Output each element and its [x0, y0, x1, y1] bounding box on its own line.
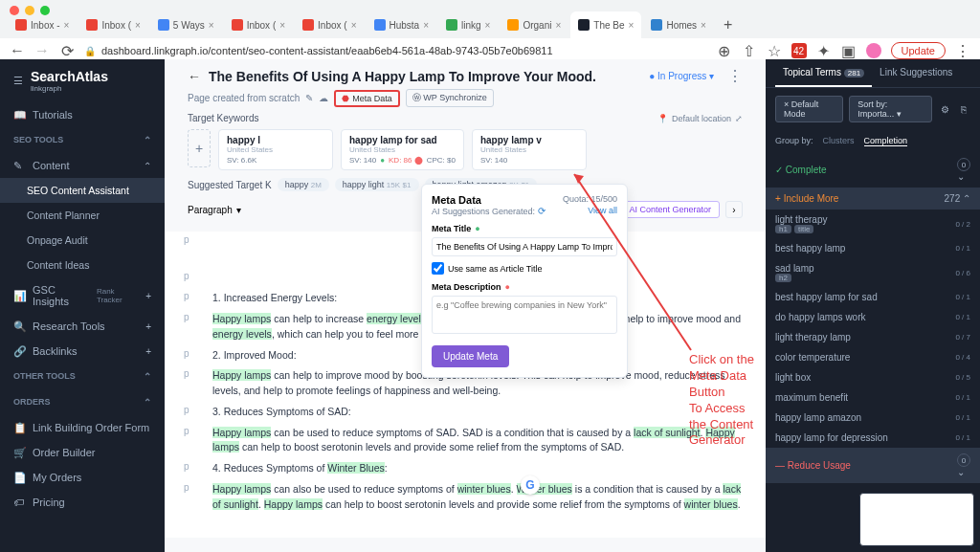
chevron-up-icon[interactable]: ⌃ [144, 397, 151, 408]
forward-icon[interactable]: → [34, 43, 50, 58]
browser-tab[interactable]: 5 Ways× [150, 11, 222, 38]
sidebar-item-content[interactable]: ✎ Content ⌃ [0, 153, 165, 178]
term-item[interactable]: sad lamp h20 / 6 [766, 258, 980, 287]
sidebar-item-sca[interactable]: SEO Content Assistant [0, 178, 165, 203]
share-icon[interactable]: ⇧ [742, 43, 757, 58]
group-completion[interactable]: Completion [864, 136, 908, 146]
section-reduce-usage[interactable]: — Reduce Usage 0 ⌄ [766, 448, 980, 483]
browser-tab[interactable]: Organi× [500, 11, 568, 38]
menu-icon[interactable]: ⋮ [955, 43, 970, 58]
keyword-card[interactable]: happy lamp for sadUnited StatesSV: 140 ●… [341, 129, 464, 170]
view-all-link[interactable]: View all [588, 206, 617, 215]
browser-tab[interactable]: Homes× [643, 11, 714, 38]
keyword-pill[interactable]: happy light 15K $1 [335, 178, 419, 191]
term-item[interactable]: maximum benefit 0 / 1 [766, 387, 980, 408]
term-item[interactable]: do happy lamps work 0 / 1 [766, 307, 980, 327]
sort-button[interactable]: Sort by: Importa... ▾ [849, 96, 932, 122]
keyword-pill[interactable]: happy 2M [278, 178, 329, 191]
panel-icon[interactable]: ▣ [841, 43, 857, 58]
sidebar-item-linkbuild[interactable]: 📋 Link Building Order Form [0, 415, 165, 440]
term-item[interactable]: happy lamp amazon 0 / 1 [766, 408, 980, 428]
default-mode-button[interactable]: × Default Mode [775, 96, 843, 122]
sidebar-item-orderbuild[interactable]: 🛒 Order Builder [0, 440, 165, 465]
edit-icon[interactable]: ✎ [305, 93, 313, 103]
tab-link-suggestions[interactable]: Link Suggestions [872, 59, 960, 87]
plus-icon[interactable]: + [145, 346, 151, 357]
term-item[interactable]: best happy lamp 0 / 1 [766, 238, 980, 258]
file-icon[interactable]: ⎘ [957, 101, 970, 117]
plus-icon[interactable]: + [145, 291, 151, 301]
chevron-up-icon[interactable]: ⌃ [144, 371, 151, 382]
browser-tab[interactable]: Inbox (× [224, 11, 293, 38]
more-icon[interactable]: ⋮ [727, 67, 743, 85]
pin-icon: 📍 [657, 114, 668, 123]
sidebar-item-pricing[interactable]: 🏷 Pricing [0, 490, 165, 515]
section-complete[interactable]: ✓ Complete 0 ⌄ [766, 152, 980, 188]
search-icon[interactable]: ⊕ [717, 43, 732, 58]
expand-icon[interactable]: ⤢ [735, 114, 743, 123]
meta-data-button[interactable]: ⬣Meta Data [334, 90, 400, 107]
use-same-checkbox[interactable] [432, 262, 444, 275]
star-icon[interactable]: ☆ [767, 43, 782, 58]
sidebar-item-backlinks[interactable]: 🔗 Backlinks + [0, 339, 165, 364]
term-item[interactable]: best happy lamp for sad 0 / 1 [766, 287, 980, 307]
term-item[interactable]: light therapy h1title0 / 2 [766, 210, 980, 238]
keyword-card[interactable]: happy lamp vUnited StatesSV: 140 [472, 129, 587, 170]
keyword-card[interactable]: happy lUnited StatesSV: 6.6K [218, 129, 333, 170]
status-pill[interactable]: ● In Progress ▾ [649, 71, 714, 81]
browser-tab[interactable]: Inbox (× [295, 11, 364, 38]
group-clusters[interactable]: Clusters [823, 136, 855, 146]
sidebar-section-seo: SEO TOOLS⌃ [0, 127, 165, 153]
chevron-up-icon: ⌃ [144, 161, 151, 171]
back-arrow-icon[interactable]: ← [188, 69, 201, 84]
browser-tab[interactable]: linkg× [438, 11, 498, 38]
update-meta-button[interactable]: Update Meta [432, 345, 509, 367]
google-icon[interactable]: G [521, 475, 540, 495]
term-item[interactable]: happy lamp for depression 0 / 1 [766, 428, 980, 448]
avatar[interactable] [866, 43, 881, 58]
browser-tab[interactable]: Hubsta× [367, 11, 437, 38]
cloud-icon[interactable]: ☁ [319, 93, 328, 103]
next-arrow-icon[interactable]: › [725, 201, 743, 218]
ext-red-icon[interactable]: 42 [791, 43, 807, 58]
update-button[interactable]: Update [891, 42, 946, 59]
term-item[interactable]: light therapy lamp 0 / 7 [766, 327, 980, 347]
sidebar-item-myorders[interactable]: 📄 My Orders [0, 465, 165, 490]
sidebar-item-tutorials[interactable]: 📖 Tutorials [0, 102, 165, 127]
annotation-text: Click on the Meta Data Button To Access … [689, 352, 766, 449]
default-location[interactable]: 📍Default location⤢ [657, 114, 743, 123]
sidebar-item-gsc[interactable]: 📊 GSC Insights Rank Tracker + [0, 277, 165, 314]
mini-preview[interactable] [859, 493, 974, 546]
term-item[interactable]: color temperature 0 / 4 [766, 347, 980, 367]
browser-tab[interactable]: Inbox -× [8, 11, 77, 38]
refresh-icon[interactable]: ⟳ [538, 206, 546, 216]
paragraph-select[interactable]: Paragraph ▾ [188, 205, 241, 215]
browser-tab[interactable]: The Be× [570, 11, 641, 38]
hamburger-icon[interactable]: ☰ [13, 75, 23, 87]
gear-icon[interactable]: ⚙ [938, 101, 951, 117]
new-tab-button[interactable]: + [716, 16, 740, 33]
meta-desc-input[interactable] [432, 296, 617, 334]
url-bar[interactable]: 🔒 dashboard.linkgraph.io/content/seo-con… [84, 45, 707, 56]
browser-tab[interactable]: Inbox (× [78, 11, 147, 38]
add-keyword-button[interactable]: + [188, 129, 211, 167]
meta-title-input[interactable] [432, 237, 617, 256]
puzzle-icon[interactable]: ✦ [816, 43, 832, 58]
reload-icon[interactable]: ⟳ [59, 43, 75, 58]
sidebar-item-research[interactable]: 🔍 Research Tools + [0, 314, 165, 339]
link-icon: 🔗 [13, 345, 25, 357]
chevron-up-icon[interactable]: ⌃ [144, 135, 151, 145]
wp-sync-button[interactable]: ⓦ WP Synchronize [406, 89, 494, 107]
tab-topical-terms[interactable]: Topical Terms 281 [775, 59, 872, 87]
term-item[interactable]: light box 0 / 5 [766, 367, 980, 387]
section-include-more[interactable]: + Include More 272 ⌃ [766, 188, 980, 210]
browser-tabs: Inbox -×Inbox (×5 Ways×Inbox (×Inbox (×H… [0, 11, 980, 38]
tag-icon: 🏷 [13, 497, 25, 508]
logo[interactable]: ☰ SearchAtlas linkgraph [0, 59, 165, 102]
sidebar-item-planner[interactable]: Content Planner [0, 203, 165, 228]
sidebar-item-ideas[interactable]: Content Ideas [0, 253, 165, 277]
sidebar-item-onpage[interactable]: Onpage Audit [0, 228, 165, 253]
keyword-cards: + happy lUnited StatesSV: 6.6Khappy lamp… [188, 129, 743, 170]
back-icon[interactable]: ← [10, 43, 25, 58]
plus-icon[interactable]: + [145, 321, 151, 332]
